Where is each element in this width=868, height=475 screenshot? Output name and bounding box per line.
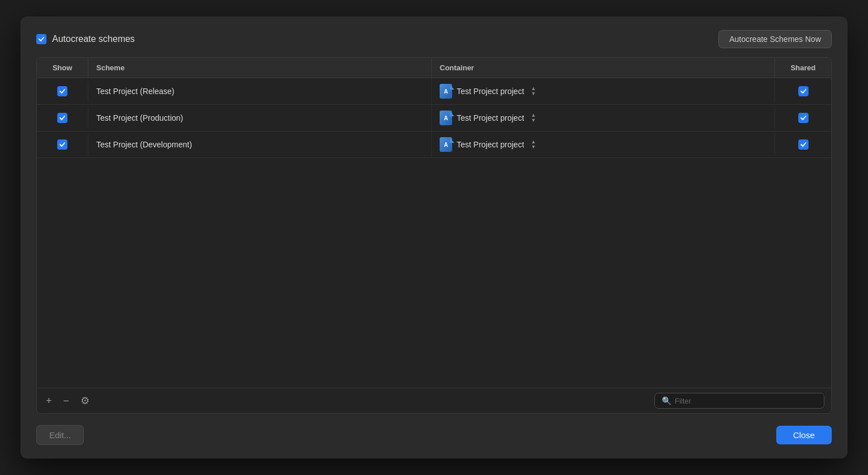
scheme-name-2: Test Project (Development): [88, 134, 431, 155]
table-row: Test Project (Development) A Test Projec…: [37, 132, 831, 158]
search-icon: 🔍: [662, 396, 671, 405]
table-body: Test Project (Release) A Test Project pr…: [37, 78, 831, 388]
bottom-toolbar: + − ⚙ 🔍: [37, 388, 831, 413]
scheme-name-0: Test Project (Release): [88, 81, 431, 101]
col-header-show: Show: [37, 58, 88, 78]
table-row: Test Project (Release) A Test Project pr…: [37, 78, 831, 105]
autocreate-checkbox[interactable]: [36, 34, 46, 44]
filter-input[interactable]: [675, 397, 817, 405]
dialog: Autocreate schemes Autocreate Schemes No…: [20, 16, 848, 459]
table-row: Test Project (Production) A Test Project…: [37, 105, 831, 132]
container-name-1: Test Project project: [457, 113, 524, 122]
shared-checkbox-2[interactable]: [775, 134, 831, 155]
container-cell-2: A Test Project project ▲▼: [431, 132, 775, 158]
container-cell-1: A Test Project project ▲▼: [431, 105, 775, 131]
col-header-container: Container: [431, 58, 775, 78]
container-name-0: Test Project project: [457, 87, 524, 96]
toolbar-left: + − ⚙: [44, 395, 92, 407]
col-header-shared: Shared: [775, 58, 831, 78]
container-name-2: Test Project project: [457, 140, 524, 149]
show-checkbox-2[interactable]: [37, 134, 88, 155]
stepper-0[interactable]: ▲▼: [531, 86, 536, 96]
stepper-2[interactable]: ▲▼: [531, 139, 536, 150]
settings-button[interactable]: ⚙: [78, 395, 92, 407]
top-bar: Autocreate schemes Autocreate Schemes No…: [36, 30, 832, 48]
action-bar: Edit... Close: [36, 425, 832, 445]
container-cell-0: A Test Project project ▲▼: [431, 78, 775, 104]
shared-checkbox-0[interactable]: [775, 80, 831, 102]
autocreate-now-button[interactable]: Autocreate Schemes Now: [718, 30, 832, 48]
stepper-1[interactable]: ▲▼: [531, 113, 536, 123]
filter-input-wrap: 🔍: [654, 393, 824, 409]
scheme-name-1: Test Project (Production): [88, 108, 431, 128]
show-checkbox-1[interactable]: [37, 107, 88, 129]
table-header: Show Scheme Container Shared: [37, 58, 831, 78]
shared-checkbox-1[interactable]: [775, 107, 831, 129]
project-icon-0: A: [440, 84, 452, 99]
project-icon-1: A: [440, 111, 452, 125]
project-icon-2: A: [440, 137, 452, 152]
col-header-scheme: Scheme: [88, 58, 431, 78]
close-button[interactable]: Close: [776, 426, 832, 444]
show-checkbox-0[interactable]: [37, 80, 88, 102]
remove-scheme-button[interactable]: −: [61, 395, 72, 407]
schemes-table-container: Show Scheme Container Shared Test Projec…: [36, 57, 832, 414]
autocreate-label: Autocreate schemes: [36, 34, 135, 44]
autocreate-text: Autocreate schemes: [52, 34, 135, 44]
add-scheme-button[interactable]: +: [44, 395, 54, 407]
edit-button[interactable]: Edit...: [36, 425, 84, 445]
